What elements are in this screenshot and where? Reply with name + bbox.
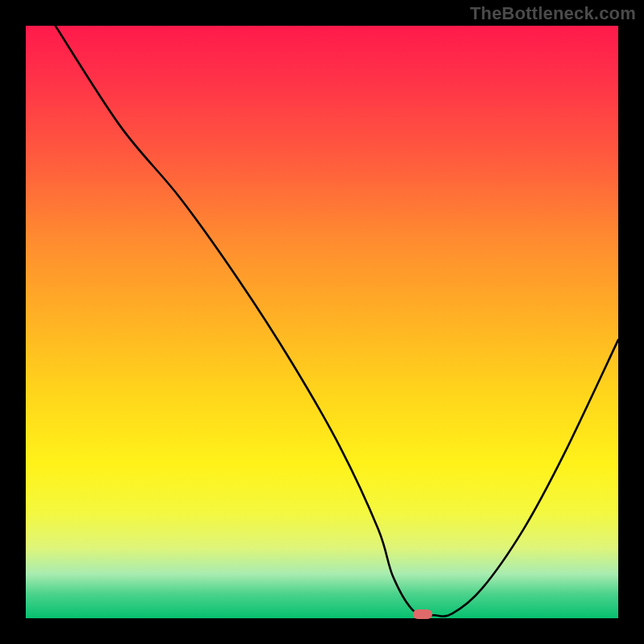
bottleneck-marker [413,609,432,619]
plot-area [26,26,618,618]
watermark-text: TheBottleneck.com [470,3,636,24]
curve-svg [26,26,618,618]
curve-path [56,26,618,616]
chart-container: TheBottleneck.com [0,0,644,644]
